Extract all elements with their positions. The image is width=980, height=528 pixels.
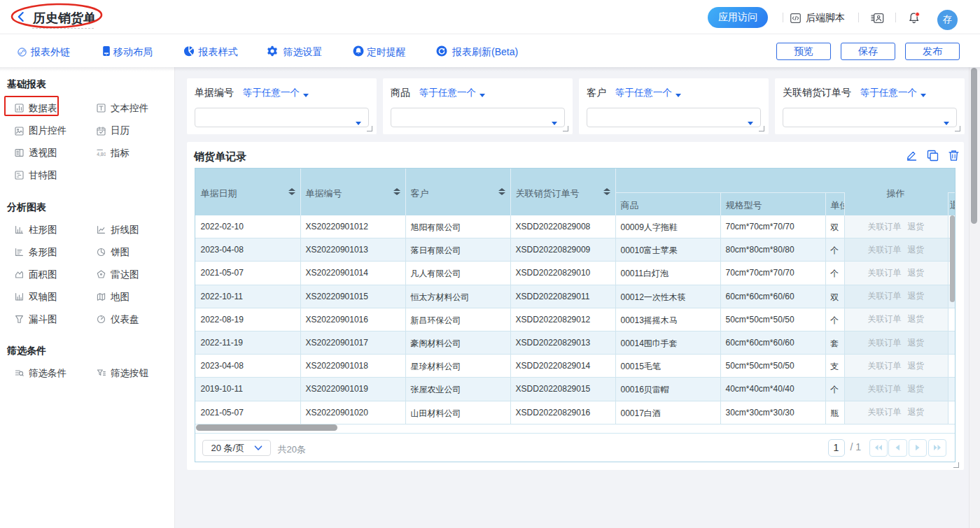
svg-text:4,80: 4,80	[97, 152, 106, 157]
